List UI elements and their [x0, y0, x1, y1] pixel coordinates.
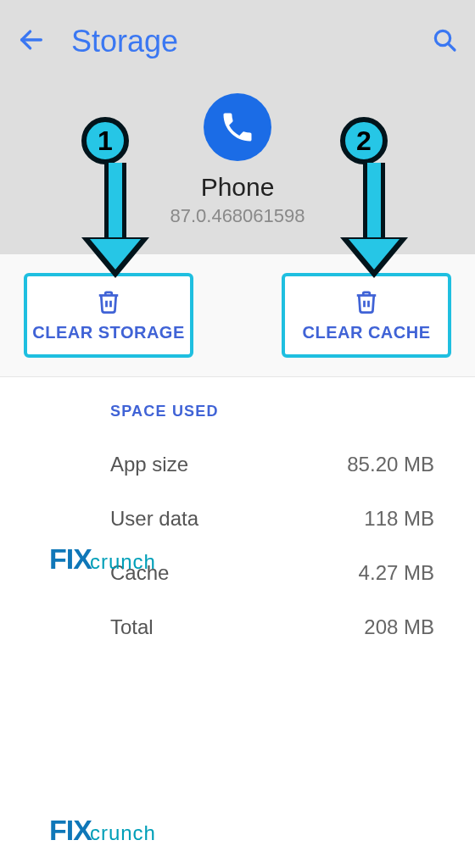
clear-storage-button[interactable]: CLEAR STORAGE [24, 273, 193, 358]
stat-label: Cache [110, 561, 169, 585]
app-info: Phone 87.0.468061598 [0, 93, 475, 227]
phone-app-icon [204, 93, 271, 161]
trash-icon [96, 289, 121, 318]
watermark-part-b: crunch [90, 821, 156, 844]
app-name: Phone [0, 173, 475, 202]
watermark: FIXcrunch [49, 814, 156, 847]
clear-cache-label: CLEAR CACHE [302, 323, 430, 342]
clear-cache-button[interactable]: CLEAR CACHE [282, 273, 451, 358]
action-row: CLEAR STORAGE CLEAR CACHE [0, 254, 475, 377]
stat-label: Total [110, 615, 154, 639]
page-title: Storage [71, 24, 431, 59]
stat-label: User data [110, 507, 198, 531]
svg-line-2 [448, 43, 455, 50]
top-bar: Storage [0, 0, 475, 68]
stat-value: 4.27 MB [359, 561, 434, 585]
watermark-part-a: FIX [49, 814, 92, 846]
stat-value: 208 MB [364, 615, 434, 639]
list-item: Total 208 MB [0, 600, 475, 654]
header: Storage Phone 87.0.468061598 [0, 0, 475, 254]
list-item: App size 85.20 MB [0, 437, 475, 492]
space-used-section: SPACE USED App size 85.20 MB User data 1… [0, 377, 475, 654]
search-icon[interactable] [431, 26, 458, 57]
list-item: User data 118 MB [0, 492, 475, 546]
clear-storage-label: CLEAR STORAGE [32, 323, 184, 342]
section-title: SPACE USED [0, 403, 475, 437]
trash-icon [354, 289, 379, 318]
stat-value: 118 MB [364, 507, 434, 531]
stat-value: 85.20 MB [347, 453, 434, 476]
list-item: Cache 4.27 MB [0, 546, 475, 600]
back-arrow-icon[interactable] [17, 25, 46, 58]
stat-label: App size [110, 453, 188, 476]
app-version: 87.0.468061598 [0, 205, 475, 227]
